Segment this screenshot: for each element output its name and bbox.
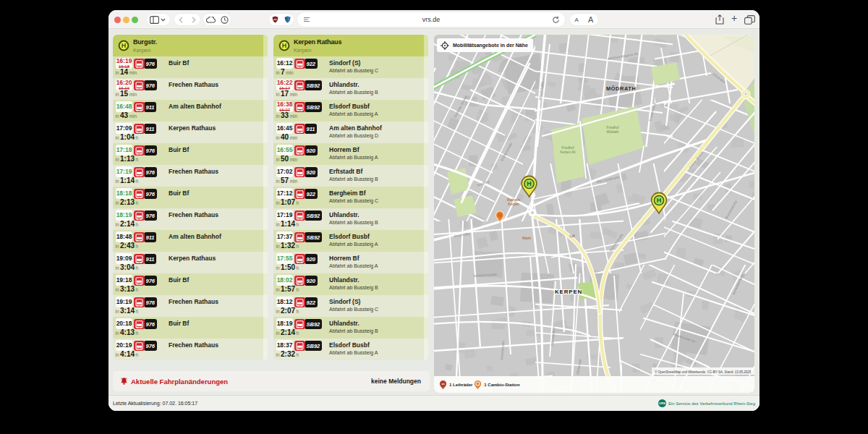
svg-text:Rathaus: Rathaus [507, 198, 520, 202]
svg-text:Kerpen: Kerpen [508, 203, 519, 206]
svg-text:MÖDRATH: MÖDRATH [606, 85, 636, 92]
svg-text:H: H [122, 42, 127, 49]
svg-text:VRS: VRS [659, 401, 665, 405]
svg-text:Friedhof: Friedhof [607, 126, 620, 129]
svg-text:H: H [282, 42, 287, 49]
svg-text:Mödrath: Mödrath [607, 130, 619, 134]
svg-text:H: H [527, 180, 532, 187]
svg-text:Markt: Markt [522, 237, 532, 240]
svg-text:Friedhof: Friedhof [562, 146, 575, 150]
svg-text:Kerpen Alt: Kerpen Alt [560, 150, 576, 154]
svg-text:KERPEN: KERPEN [555, 289, 582, 295]
svg-text:Lidl: Lidl [569, 234, 574, 238]
svg-text:© OpenStreetMap und Mitwirkend: © OpenStreetMap und Mitwirkende, CC-BY-S… [655, 370, 752, 374]
svg-text:H: H [657, 197, 662, 204]
